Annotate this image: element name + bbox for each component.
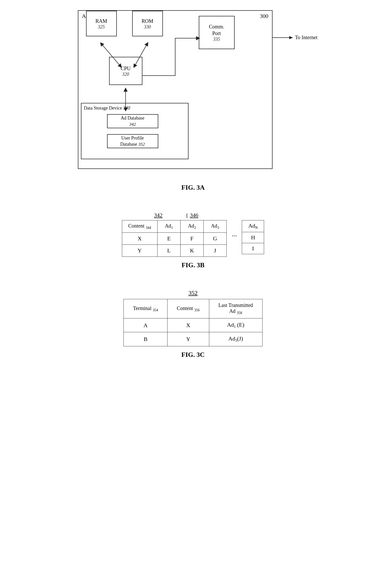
rom-label: ROM: [142, 18, 153, 24]
comm-port-number: 335: [213, 37, 220, 42]
terminal-header: Terminal 354: [124, 299, 168, 318]
ad-database-box: Ad Database342: [107, 114, 158, 128]
cell-g: G: [203, 233, 226, 245]
cell-terminal-a: A: [124, 318, 168, 332]
fig3b-caption: FIG. 3B: [182, 261, 205, 269]
label-342: 342: [154, 212, 163, 219]
table-3b-header: Content 344 Ad1 Ad2 Ad3: [122, 220, 226, 233]
internet-area: To Internet: [273, 35, 318, 40]
comm-port-label: Comm.Port: [209, 23, 224, 37]
table-3b: Content 344 Ad1 Ad2 Ad3 X E F G Y L K J: [122, 220, 227, 257]
adn-h: H: [242, 232, 264, 243]
last-ad-header: Last TransmittedAd 358: [209, 299, 262, 318]
adn-header: AdN: [242, 220, 264, 232]
ad3-header: Ad3: [203, 220, 226, 233]
brace-346: {: [186, 212, 189, 219]
fig3b-section: 342 { 346 Content 344 Ad1 Ad2 Ad3 X E F …: [15, 212, 371, 269]
table-3c-row-a: A X Ad1 (E): [124, 318, 262, 332]
cell-y: Y: [122, 245, 157, 257]
user-profile-box: User ProfileDatabase 352: [107, 134, 158, 148]
fig3b-labels-row: 342 { 346: [122, 212, 199, 219]
cpu-label: CPU: [121, 65, 131, 72]
cell-last-ad-1: Ad1 (E): [209, 318, 262, 332]
internet-label: To Internet: [295, 35, 318, 40]
data-storage-box: Data Storage Device 340 Ad Database342 U…: [81, 103, 189, 159]
label-346: 346: [190, 212, 198, 219]
cell-e: E: [157, 233, 180, 245]
fig3a-caption: FIG. 3A: [181, 184, 205, 191]
content-header-3c: Content 356: [168, 299, 209, 318]
cpu-number: 320: [122, 72, 129, 77]
fig3b-table-area: Content 344 Ad1 Ad2 Ad3 X E F G Y L K J: [122, 220, 264, 257]
cell-f: F: [180, 233, 203, 245]
table-3c-header: Terminal 354 Content 356 Last Transmitte…: [124, 299, 262, 318]
ad2-header: Ad2: [180, 220, 203, 233]
adn-block: AdN H I: [242, 220, 264, 254]
rom-number: 330: [144, 24, 151, 30]
data-storage-label: Data Storage Device 340: [84, 105, 130, 111]
fig3c-title: 352: [189, 290, 198, 296]
cell-x: X: [122, 233, 157, 245]
ram-number: 325: [98, 24, 105, 30]
adn-i: I: [242, 243, 264, 254]
internet-arrow-svg: [273, 35, 293, 40]
fig3b-inner: 342 { 346 Content 344 Ad1 Ad2 Ad3 X E F …: [122, 212, 264, 257]
cell-k: K: [180, 245, 203, 257]
ram-box: RAM 325: [86, 11, 117, 36]
user-profile-label: User ProfileDatabase 352: [120, 135, 145, 147]
cell-l: L: [157, 245, 180, 257]
fig3a-section: Ad Server 300 RAM 325 ROM 330 Comm.Port …: [15, 10, 371, 191]
ad-server-number: 300: [260, 13, 268, 19]
fig3c-section: 352 Terminal 354 Content 356 Last Transm…: [15, 290, 371, 359]
cpu-box: CPU 320: [109, 57, 142, 85]
table-3c-row-b: B Y Ad3(J): [124, 332, 262, 346]
cell-content-y: Y: [168, 332, 209, 346]
ad-server-box: Ad Server 300 RAM 325 ROM 330 Comm.Port …: [78, 10, 273, 169]
cell-terminal-b: B: [124, 332, 168, 346]
cell-last-ad-3: Ad3(J): [209, 332, 262, 346]
ad1-header: Ad1: [157, 220, 180, 233]
cell-content-x: X: [168, 318, 209, 332]
table-3b-row-x: X E F G: [122, 233, 226, 245]
ellipsis: ...: [232, 230, 237, 238]
svg-marker-4: [289, 36, 293, 39]
adn-inner: AdN H I: [242, 220, 264, 254]
table-3b-row-y: Y L K J: [122, 245, 226, 257]
ad-database-label: Ad Database342: [121, 115, 144, 127]
rom-box: ROM 330: [132, 11, 163, 36]
fig3c-caption: FIG. 3C: [181, 351, 205, 359]
cell-j: J: [203, 245, 226, 257]
table-3c: Terminal 354 Content 356 Last Transmitte…: [123, 299, 262, 346]
content-header: Content 344: [122, 220, 157, 233]
comm-port-box: Comm.Port 335: [199, 16, 235, 49]
ram-label: RAM: [96, 18, 107, 24]
